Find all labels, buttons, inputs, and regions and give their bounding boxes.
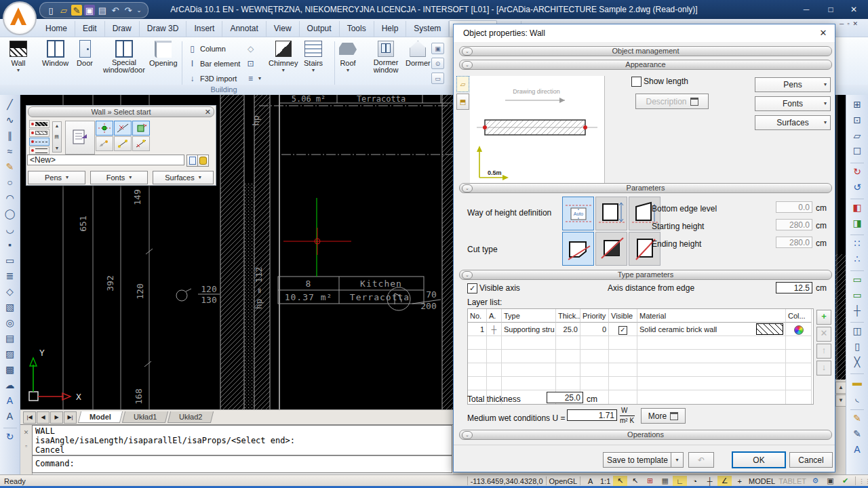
mirror-icon[interactable]: ◧ — [849, 199, 865, 215]
draw-double-line-icon[interactable]: ∥ — [2, 127, 18, 143]
section-operations[interactable]: ⌄ Operations — [459, 430, 832, 440]
save-to-template-button[interactable]: Save to template — [603, 452, 672, 468]
ribbon-tab[interactable]: Insert — [186, 21, 222, 37]
save-template-dropdown[interactable]: ▾ — [671, 452, 684, 468]
wall-button[interactable]: Wall ▾ — [9, 40, 27, 73]
more-button[interactable]: More — [641, 408, 686, 424]
move-icon[interactable]: ▱ — [849, 127, 865, 143]
boundary-icon[interactable]: ▭ — [849, 271, 865, 287]
scale-value[interactable]: 1:1 — [598, 476, 612, 487]
model-space-toggle[interactable]: MODEL — [747, 476, 776, 487]
annotation-scale-icon[interactable]: A — [583, 476, 597, 487]
starting-height-input[interactable]: 280.0 — [776, 219, 812, 230]
arcadia-logo[interactable] — [3, 1, 37, 35]
tablet-toggle[interactable]: TABLET — [777, 476, 808, 487]
ribbon-tab[interactable]: System — [406, 21, 449, 37]
scroll-up-icon[interactable]: ▲ — [835, 382, 846, 394]
row-thickness[interactable]: 25.0 — [556, 323, 580, 336]
resize-grip[interactable]: ⋮⋮ — [859, 478, 867, 485]
ok-button[interactable]: OK — [732, 451, 786, 468]
cut-type-1-button[interactable] — [562, 232, 594, 266]
col-type[interactable]: Type — [502, 309, 556, 323]
col-material[interactable]: Material — [637, 309, 786, 323]
frame-button[interactable]: ⊡ — [245, 58, 256, 70]
cancel-button[interactable]: Cancel — [789, 452, 833, 468]
snap-nearest-button[interactable] — [96, 136, 113, 151]
section-parameters[interactable]: ⌄ Parameters — [459, 183, 832, 193]
prev-sheet-icon[interactable]: ◀ — [37, 411, 50, 424]
cut-type-2-button[interactable] — [595, 232, 627, 266]
scroll-down-icon[interactable]: ▼ — [835, 394, 846, 407]
viewport-button[interactable]: ▣ — [431, 43, 444, 54]
wall-properties-button[interactable] — [65, 121, 95, 155]
section-appearance[interactable]: ⌄ Appearance — [459, 60, 832, 70]
draw-rectangle-icon[interactable]: ▭ — [2, 252, 18, 268]
draw-ellipse-icon[interactable]: ◯ — [2, 205, 18, 221]
ribbon-tab[interactable]: Edit — [75, 21, 105, 37]
draw-multiline-icon[interactable]: ≣ — [2, 268, 18, 283]
array-icon[interactable]: ∷ — [849, 235, 865, 251]
maximize-button[interactable]: □ — [821, 2, 841, 17]
col-priority[interactable]: Priority — [580, 309, 609, 323]
text-icon[interactable]: A — [2, 392, 18, 408]
trim-icon[interactable]: ┼ — [849, 302, 865, 318]
new-preset-button[interactable] — [186, 155, 198, 167]
rotate-3d-icon[interactable]: ↺ — [849, 179, 865, 195]
bottom-edge-input[interactable]: 0.0 — [776, 201, 812, 213]
draw-sketch-icon[interactable]: ✎ — [2, 159, 18, 174]
render-engine-label[interactable]: OpenGL — [549, 477, 578, 485]
dormer-window-button[interactable]: Dormer window — [366, 40, 406, 74]
wall-type-option-3[interactable] — [29, 138, 50, 146]
column-button[interactable]: ▯ Column — [187, 43, 226, 55]
annotation-auto-icon[interactable]: ↖ — [628, 476, 642, 487]
draw-donut-icon[interactable]: ◎ — [2, 314, 18, 330]
opening-button[interactable]: Opening — [149, 40, 178, 67]
wall-type-option-4[interactable] — [29, 146, 50, 155]
last-sheet-icon[interactable]: ▶| — [64, 411, 77, 424]
mdi-minimize-icon[interactable]: ─ — [840, 20, 844, 27]
row-visible-checkbox[interactable]: ✓ — [609, 323, 637, 336]
first-sheet-icon[interactable]: |◀ — [23, 411, 36, 424]
draw-line-icon[interactable]: ╱ — [2, 96, 18, 112]
dialog-close-icon[interactable]: ✕ — [817, 27, 829, 39]
lwt-icon[interactable]: + — [732, 476, 747, 487]
stairs-button[interactable]: Stairs ▾ — [304, 40, 323, 73]
draw-callout-icon[interactable]: ▤ — [2, 330, 18, 346]
copy-icon[interactable]: ⊞ — [849, 96, 865, 112]
panel-icon[interactable]: ▯ — [849, 338, 865, 354]
ribbon-tab[interactable]: Tools — [340, 21, 374, 37]
command-input[interactable]: Command: — [32, 455, 452, 473]
mirror-3d-icon[interactable]: ◨ — [849, 215, 865, 230]
region-icon[interactable]: ▭ — [849, 287, 865, 302]
wall-type-option-1[interactable] — [29, 120, 50, 128]
row-color[interactable] — [786, 323, 812, 336]
axis-position-icon[interactable]: ┼ — [487, 323, 502, 336]
col-a[interactable]: A. — [487, 309, 502, 323]
sheet-tab[interactable]: Model — [78, 411, 123, 423]
toolbox-surfaces-button[interactable]: Surfaces ▾ — [153, 171, 214, 184]
cut-type-3-button[interactable] — [629, 232, 660, 266]
toolbox-pens-button[interactable]: Pens ▾ — [28, 171, 85, 184]
new-file-icon[interactable]: ▯ — [45, 5, 56, 16]
ribbon-tab[interactable]: Output — [300, 21, 340, 37]
panorama-button[interactable]: ▭ — [431, 73, 444, 84]
polar-icon[interactable]: ◔ — [688, 476, 702, 487]
close-button[interactable]: ✕ — [844, 2, 864, 17]
redo-icon[interactable]: ↷ — [123, 5, 134, 16]
revert-button[interactable]: ↶ — [688, 452, 714, 468]
lines-button[interactable]: ≡ ▾ — [245, 73, 261, 85]
box-3d-icon[interactable]: ◫ — [849, 323, 865, 338]
height-mode-fixed-button[interactable] — [595, 197, 627, 230]
grid-icon[interactable]: ▦ — [658, 476, 672, 487]
ribbon-tab[interactable]: Draw — [105, 21, 140, 37]
add-layer-button[interactable]: + — [816, 310, 831, 325]
toolbox-fonts-button[interactable]: Fonts ▾ — [90, 171, 148, 184]
draw-polygon-icon[interactable]: ◇ — [2, 283, 18, 299]
ribbon-tab[interactable]: Help — [374, 21, 407, 37]
rotate-icon[interactable]: ↻ — [849, 163, 865, 179]
description-button[interactable]: Description — [635, 94, 709, 109]
draw-point-icon[interactable]: ▪ — [2, 237, 18, 252]
visible-axis-checkbox[interactable]: ✓ — [467, 283, 477, 293]
draw-wipeout-icon[interactable]: ▨ — [2, 346, 18, 361]
view-2d-button[interactable]: ▱ — [456, 76, 469, 92]
